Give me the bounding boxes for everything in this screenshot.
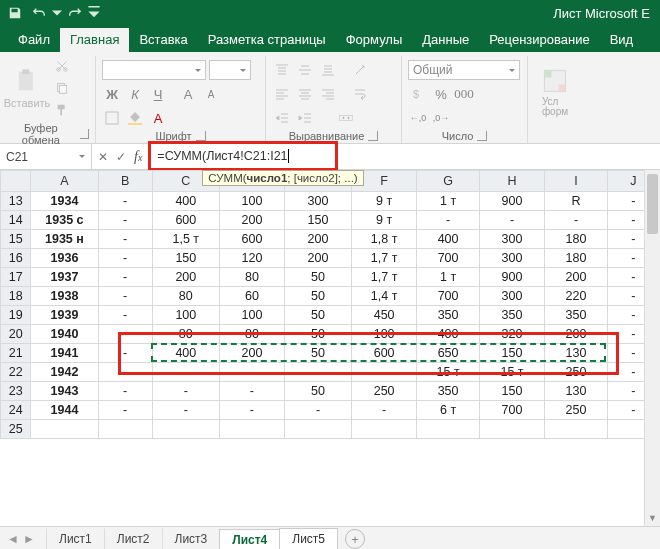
tab-insert[interactable]: Вставка [129,28,197,52]
tab-review[interactable]: Рецензирование [479,28,599,52]
font-dialog-launcher[interactable] [196,131,206,141]
alignment-dialog-launcher[interactable] [368,131,378,141]
cell[interactable]: 250 [545,363,608,382]
conditional-formatting-button[interactable]: Услформ [534,56,576,127]
cell[interactable] [219,363,284,382]
cell[interactable]: - [98,249,152,268]
cell[interactable]: 50 [284,344,351,363]
select-all-corner[interactable] [1,171,31,192]
cell[interactable]: - [152,382,219,401]
cell[interactable]: 1935 н [31,230,98,249]
cell[interactable]: - [98,306,152,325]
cell[interactable] [152,420,219,439]
sheet-tab[interactable]: Лист5 [279,528,338,550]
cell[interactable]: 50 [284,287,351,306]
cell[interactable]: 50 [284,268,351,287]
wrap-text-icon[interactable] [350,84,370,104]
row-header[interactable]: 18 [1,287,31,306]
cell[interactable]: - [98,230,152,249]
column-header[interactable]: B [98,171,152,192]
cell[interactable]: R [545,192,608,211]
cell[interactable]: 1,4 т [352,287,417,306]
borders-icon[interactable] [102,108,122,128]
bold-button[interactable]: Ж [102,84,122,104]
cell[interactable]: 1943 [31,382,98,401]
cell[interactable]: 6 т [417,401,480,420]
cell[interactable]: 130 [545,382,608,401]
cell[interactable]: 150 [152,249,219,268]
cell[interactable]: 400 [152,344,219,363]
paste-button[interactable]: Вставить [6,56,48,120]
cell[interactable] [31,420,98,439]
customize-qat-icon[interactable] [88,2,100,24]
column-header[interactable]: H [480,171,545,192]
percent-icon[interactable]: % [431,84,451,104]
cell[interactable]: 900 [480,268,545,287]
sheet-tab[interactable]: Лист1 [46,528,105,550]
cell[interactable]: 220 [545,287,608,306]
tab-data[interactable]: Данные [412,28,479,52]
font-color-icon[interactable]: A [148,108,168,128]
tab-page-layout[interactable]: Разметка страницы [198,28,336,52]
cell[interactable]: 1934 [31,192,98,211]
cell[interactable]: - [417,211,480,230]
cell[interactable]: 1942 [31,363,98,382]
increase-font-icon[interactable]: A [178,84,198,104]
cell[interactable]: - [98,268,152,287]
cell[interactable]: 200 [545,268,608,287]
cell[interactable]: 180 [545,230,608,249]
row-header[interactable]: 13 [1,192,31,211]
row-header[interactable]: 24 [1,401,31,420]
cell[interactable]: 50 [284,325,351,344]
cell[interactable]: 1944 [31,401,98,420]
cell[interactable]: 1,5 т [152,230,219,249]
new-sheet-button[interactable]: + [345,529,365,549]
cell[interactable]: 250 [545,401,608,420]
cell[interactable]: 1,7 т [352,249,417,268]
cell[interactable]: - [545,211,608,230]
cell[interactable]: 50 [284,306,351,325]
cell[interactable]: 1 т [417,268,480,287]
cell[interactable]: 200 [219,344,284,363]
cell[interactable]: 400 [417,325,480,344]
spreadsheet-grid[interactable]: ABCDEFGHIJ 131934-4001003009 т1 т900R-14… [0,170,660,526]
clipboard-dialog-launcher[interactable] [80,129,89,139]
cell[interactable]: - [98,325,152,344]
row-header[interactable]: 17 [1,268,31,287]
cell[interactable]: 350 [417,382,480,401]
orientation-icon[interactable] [350,60,370,80]
align-top-icon[interactable] [272,60,292,80]
row-header[interactable]: 25 [1,420,31,439]
cell[interactable]: 320 [480,325,545,344]
cell[interactable]: - [98,192,152,211]
column-header[interactable]: G [417,171,480,192]
cell[interactable] [545,420,608,439]
cell[interactable]: 200 [219,211,284,230]
cell[interactable]: 350 [480,306,545,325]
cell[interactable]: 200 [152,268,219,287]
cell[interactable]: 80 [219,325,284,344]
cell[interactable]: 700 [417,287,480,306]
align-bottom-icon[interactable] [318,60,338,80]
cell[interactable]: 100 [219,192,284,211]
cell[interactable]: - [98,382,152,401]
tab-home[interactable]: Главная [60,28,129,52]
number-format-combo[interactable]: Общий [408,60,520,80]
enter-formula-icon[interactable]: ✓ [116,150,126,164]
sheet-tab[interactable]: Лист2 [104,528,163,550]
cell[interactable]: 15 т [417,363,480,382]
cell[interactable]: 1 т [417,192,480,211]
cell[interactable]: 1937 [31,268,98,287]
tab-file[interactable]: Файл [8,28,60,52]
sheet-tab[interactable]: Лист3 [162,528,221,550]
number-dialog-launcher[interactable] [477,131,487,141]
cell[interactable]: - [480,211,545,230]
merge-icon[interactable] [327,108,365,128]
cell[interactable] [284,420,351,439]
cell[interactable]: - [152,401,219,420]
font-name-combo[interactable] [102,60,206,80]
align-middle-icon[interactable] [295,60,315,80]
cell[interactable]: 400 [417,230,480,249]
cell[interactable]: - [219,382,284,401]
cell[interactable]: 60 [219,287,284,306]
